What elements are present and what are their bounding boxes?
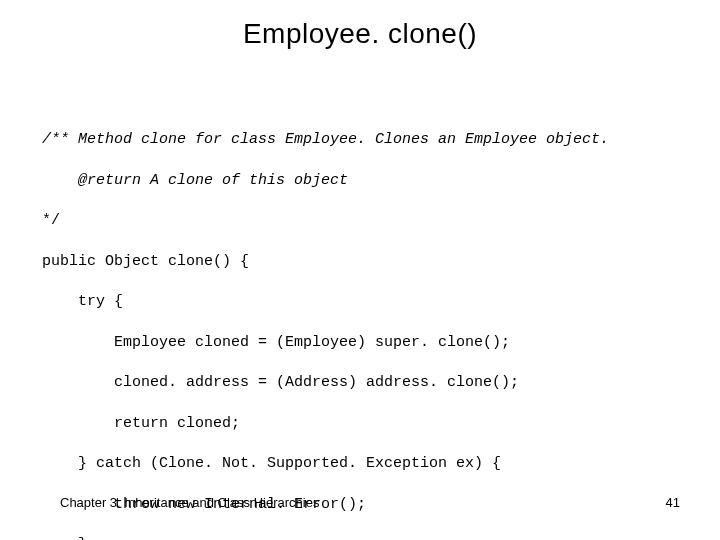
footer-chapter: Chapter 3: Inheritance and Class Hierarc… — [60, 495, 319, 510]
code-line: Employee cloned = (Employee) super. clon… — [42, 333, 609, 353]
code-line: cloned. address = (Address) address. clo… — [42, 373, 609, 393]
slide-title: Employee. clone() — [0, 18, 720, 50]
code-line: /** Method clone for class Employee. Clo… — [42, 130, 609, 150]
page-number: 41 — [666, 495, 680, 510]
code-line: public Object clone() { — [42, 252, 609, 272]
code-block: /** Method clone for class Employee. Clo… — [42, 110, 609, 540]
code-line: try { — [42, 292, 609, 312]
code-line: } catch (Clone. Not. Supported. Exceptio… — [42, 454, 609, 474]
code-line: return cloned; — [42, 414, 609, 434]
slide: Employee. clone() /** Method clone for c… — [0, 0, 720, 540]
code-line: */ — [42, 211, 609, 231]
code-line: @return A clone of this object — [42, 171, 609, 191]
code-line: } — [42, 535, 609, 540]
